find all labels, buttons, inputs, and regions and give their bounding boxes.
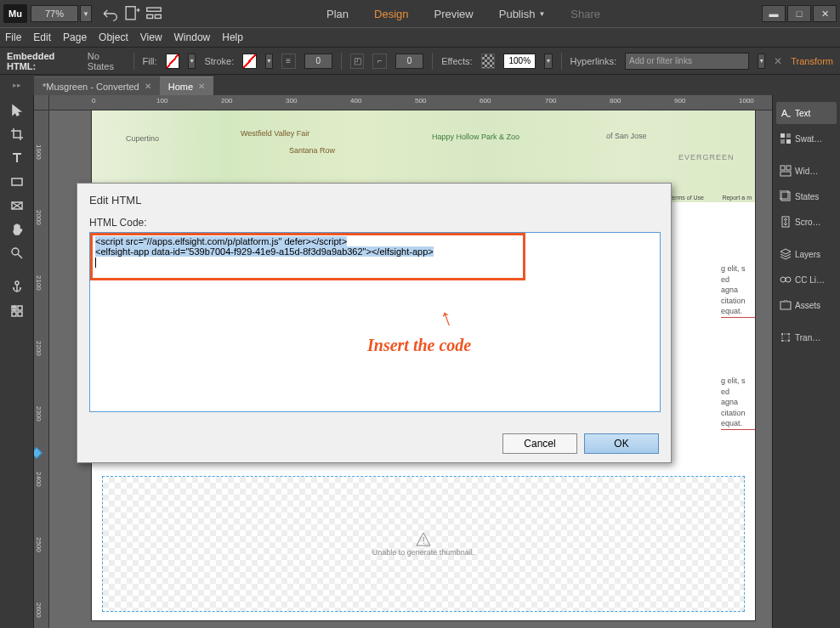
corner-radius-icon: ⌐ [372,54,387,69]
hand-tool[interactable] [2,218,32,240]
html-embed-placeholder[interactable]: ! Unable to generate thumbnail. [102,476,745,612]
svg-rect-9 [18,306,22,310]
map-terms-link[interactable]: Terms of Use [669,195,704,201]
ruler-tick: 2100 [35,275,43,291]
fill-dropdown[interactable]: ▼ [188,54,196,69]
tab-publish[interactable]: Publish ▼ [499,8,546,20]
titlebar: Mu 77% ▼ Plan Design Preview Publish ▼ S… [0,0,840,27]
ruler-tick: 2600 [35,603,43,618]
rectangle-tool[interactable] [2,171,32,193]
minimize-button[interactable]: ▬ [762,5,786,22]
divider [341,53,342,70]
divider [133,53,134,70]
ruler-tick: 200 [221,97,232,105]
warning-icon: ! [415,531,432,548]
text-fragment: g elit, s edagnacitationequat. [721,263,755,318]
svg-rect-3 [155,14,161,18]
menu-object[interactable]: Object [99,31,128,43]
doc-tab-home[interactable]: Home ✕ [160,76,213,95]
menu-help[interactable]: Help [222,31,243,43]
doc-tab-musgreen[interactable]: *Musgreen - Converted ✕ [34,76,160,95]
ruler-tick: 600 [480,97,491,105]
tab-share: Share [570,8,600,20]
menu-view[interactable]: View [140,31,162,43]
tab-plan[interactable]: Plan [326,8,349,20]
panel-assets[interactable]: Assets [776,294,837,316]
panel-layers[interactable]: Layers [776,243,837,265]
zoom-dropdown[interactable]: ▼ [80,5,92,22]
states-label: No States [88,51,125,71]
svg-text:A: A [781,108,788,118]
stroke-weight-icon: ≡ [281,54,296,69]
tab-design[interactable]: Design [374,8,408,20]
map-label: EVERGREEN [678,153,735,161]
ruler-tick: 300 [286,97,297,105]
svg-rect-11 [18,312,22,316]
cancel-button[interactable]: Cancel [502,433,577,454]
corner-radius-input[interactable]: 0 [395,54,423,69]
menu-window[interactable]: Window [174,31,211,43]
panel-swatches[interactable]: Swat… [776,127,837,150]
svg-rect-28 [782,334,789,341]
close-button[interactable]: ✕ [813,5,837,22]
close-icon[interactable]: ✕ [198,82,205,91]
frame-tool[interactable] [2,195,32,217]
text-tool[interactable] [2,147,32,169]
svg-point-7 [15,281,19,285]
maximize-button[interactable]: □ [787,5,811,22]
opacity-input[interactable]: 100% [503,54,536,69]
crop-tool[interactable] [2,123,32,145]
menubar: File Edit Page Object View Window Help [0,27,840,48]
ok-button[interactable]: OK [584,433,659,454]
undo-icon[interactable] [100,4,119,23]
text-frame-tool[interactable]: T [2,300,32,322]
fill-swatch[interactable] [166,54,180,69]
close-icon[interactable]: ✕ [145,82,151,91]
svg-rect-0 [126,7,135,20]
site-plan-icon[interactable] [145,4,163,23]
menu-file[interactable]: File [5,31,21,43]
html-code-textarea[interactable]: <script src="//apps.elfsight.com/p/platf… [89,232,661,412]
new-page-icon[interactable] [122,4,141,23]
stroke-swatch[interactable] [242,54,257,69]
svg-rect-27 [780,302,791,309]
anchor-tool[interactable] [2,276,32,298]
ruler-horizontal[interactable]: 0 100 200 300 400 500 600 700 800 900 10… [49,95,772,110]
map-report-link[interactable]: Report a m [722,195,752,201]
hyperlink-input[interactable]: Add or filter links [625,53,749,70]
app-logo: Mu [3,4,27,23]
panel-states[interactable]: States [776,185,837,207]
panel-text[interactable]: AText [776,102,837,124]
tab-preview[interactable]: Preview [434,8,473,20]
hyperlink-dropdown[interactable]: ▼ [758,54,765,69]
ruler-tick: 500 [415,97,426,105]
opacity-dropdown[interactable]: ▼ [544,54,552,69]
dialog-title: Edit HTML [89,194,659,207]
ruler-tick: 100 [156,97,167,105]
tab-scroll-icon[interactable]: ▸▸ [0,75,34,95]
ruler-tick: 700 [545,97,556,105]
ruler-vertical[interactable]: 1900 2000 2100 2200 2300 2400 2500 2600 [34,110,49,628]
selection-tool[interactable] [2,99,32,122]
menu-edit[interactable]: Edit [33,31,51,43]
panel-widgets[interactable]: Wid… [776,160,837,182]
stroke-label: Stroke: [204,56,234,66]
menu-page[interactable]: Page [63,31,87,43]
svg-point-32 [788,340,790,342]
placeholder-text: Unable to generate thumbnail. [372,548,475,557]
zoom-tool[interactable] [2,242,32,264]
svg-point-31 [781,340,783,342]
zoom-level[interactable]: 77% [31,5,78,22]
effects-icon[interactable] [481,54,496,69]
control-bar: Embedded HTML: No States Fill: ▼ Stroke:… [0,48,840,75]
panel-cc-libraries[interactable]: CC Li… [776,269,837,291]
panel-transform[interactable]: Tran… [776,326,837,348]
stroke-dropdown[interactable]: ▼ [265,54,273,69]
svg-rect-2 [147,14,153,18]
panel-scroll[interactable]: Scro… [776,211,837,233]
transform-link[interactable]: Transform [791,56,833,66]
ruler-origin[interactable] [34,95,49,110]
svg-point-30 [788,333,790,335]
hyperlink-clear-icon[interactable]: ✕ [774,55,782,67]
stroke-weight-input[interactable]: 0 [304,54,332,69]
